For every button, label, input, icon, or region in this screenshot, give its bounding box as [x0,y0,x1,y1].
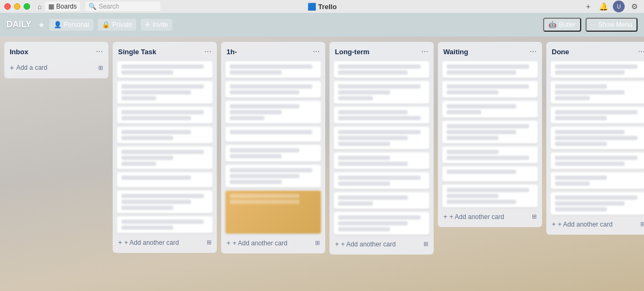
add-card-button-1h[interactable]: ++ Add another card⊞ [225,237,321,249]
card[interactable] [551,127,644,149]
invite-button[interactable]: ✛ Invite [141,19,172,31]
card[interactable] [225,165,321,187]
grid-icon: ▦ [48,3,54,10]
titlebar: ⌂ ▦ Boards 🔍 Search 🟦 Trello + 🔔 U ⚙ [0,0,644,13]
card[interactable] [442,101,538,118]
card-template-icon[interactable]: ⊞ [423,241,428,248]
minimize-button[interactable] [14,3,20,10]
header-right: 🤖 Butler ··· Show Menu [543,18,638,32]
add-button[interactable]: + [583,1,594,12]
private-button[interactable]: 🔒 Private [98,19,136,31]
card[interactable] [334,172,429,189]
list-header-inbox: Inbox··· [9,46,104,58]
card[interactable] [225,101,321,123]
add-card-button-single-task[interactable]: ++ Add another card⊞ [117,236,213,249]
card[interactable] [551,81,644,104]
card[interactable] [551,107,644,123]
card[interactable] [442,166,538,181]
card[interactable] [117,216,213,233]
close-button[interactable] [4,3,11,10]
card[interactable] [334,127,429,149]
card[interactable] [334,192,429,209]
add-card-button-long-term[interactable]: ++ Add another card⊞ [334,238,429,250]
card[interactable] [117,61,213,78]
list-done: Done···++ Add another card⊞ [546,42,644,235]
dots-icon: ··· [591,21,596,28]
list-menu-waiting[interactable]: ··· [530,47,537,56]
list-header-done: Done··· [551,46,644,58]
list-menu-inbox[interactable]: ··· [96,47,103,56]
card[interactable] [117,172,213,187]
home-icon[interactable]: ⌂ [38,3,42,11]
card[interactable] [225,61,321,78]
card[interactable] [117,107,213,123]
list-long-term: Long-term···++ Add another card⊞ [330,42,434,254]
card-template-icon[interactable]: ⊞ [98,64,103,71]
lists-container: Inbox···+Add a card⊞Single Task···++ Add… [4,42,640,254]
add-card-button-waiting[interactable]: ++ Add another card⊞ [442,210,538,223]
list-inbox: Inbox···+Add a card⊞ [4,42,108,78]
card[interactable] [117,127,213,143]
card[interactable] [334,212,429,235]
list-header-waiting: Waiting··· [442,46,538,58]
card-template-icon[interactable]: ⊞ [640,221,644,228]
personal-button[interactable]: 👤 Personal [49,19,93,31]
card[interactable] [442,81,538,98]
notifications-button[interactable]: 🔔 [598,1,609,12]
card[interactable] [551,152,644,169]
search-placeholder: Search [99,3,119,10]
search-bar[interactable]: 🔍 Search [85,2,160,11]
list-single-task: Single Task···++ Add another card⊞ [113,42,217,253]
butler-icon: 🤖 [548,21,557,28]
card[interactable] [334,152,429,169]
board-header: DAILY ★ 👤 Personal 🔒 Private ✛ Invite 🤖 … [0,13,644,37]
app-title: 🟦 Trello [308,3,337,11]
card[interactable] [334,61,429,78]
card-template-icon[interactable]: ⊞ [207,239,211,246]
settings-button[interactable]: ⚙ [629,1,640,12]
card[interactable] [225,81,321,98]
card[interactable] [551,192,644,215]
card[interactable] [117,147,213,169]
list-1h: 1h-···++ Add another card⊞ [221,42,325,253]
card[interactable] [117,81,213,104]
card[interactable] [442,185,538,207]
plus-icon: + [552,220,556,228]
list-menu-1h[interactable]: ··· [313,47,320,56]
card[interactable] [442,61,538,78]
card[interactable] [117,191,213,213]
card[interactable] [225,145,321,162]
lock-icon: 🔒 [102,21,110,28]
search-icon: 🔍 [89,3,97,10]
card[interactable] [551,61,644,78]
plus-icon: + [226,239,231,247]
invite-icon: ✛ [145,21,150,28]
board: Inbox···+Add a card⊞Single Task···++ Add… [0,37,644,291]
add-card-button-inbox[interactable]: +Add a card⊞ [9,61,104,74]
add-card-button-done[interactable]: ++ Add another card⊞ [551,218,644,230]
card-template-icon[interactable]: ⊞ [315,239,320,246]
show-menu-button[interactable]: ··· Show Menu [586,18,638,32]
list-menu-single-task[interactable]: ··· [204,47,211,56]
card[interactable] [551,172,644,189]
card[interactable] [334,81,429,104]
list-title-done: Done [552,48,569,56]
card[interactable] [334,107,429,123]
maximize-button[interactable] [24,3,30,10]
card[interactable] [442,121,538,143]
avatar[interactable]: U [613,1,625,12]
card[interactable] [225,191,321,234]
list-title-1h: 1h- [226,48,237,56]
list-menu-done[interactable]: ··· [638,47,644,56]
card[interactable] [442,147,538,163]
board-title: DAILY [6,20,32,30]
boards-link[interactable]: ▦ Boards [45,2,80,11]
butler-button[interactable]: 🤖 Butler [543,18,581,32]
card[interactable] [225,127,321,142]
board-star-icon[interactable]: ★ [38,20,45,29]
list-header-long-term: Long-term··· [334,46,429,58]
plus-icon: + [10,63,14,72]
list-menu-long-term[interactable]: ··· [421,47,428,56]
card-template-icon[interactable]: ⊞ [532,213,537,220]
titlebar-actions: + 🔔 U ⚙ [583,1,640,12]
